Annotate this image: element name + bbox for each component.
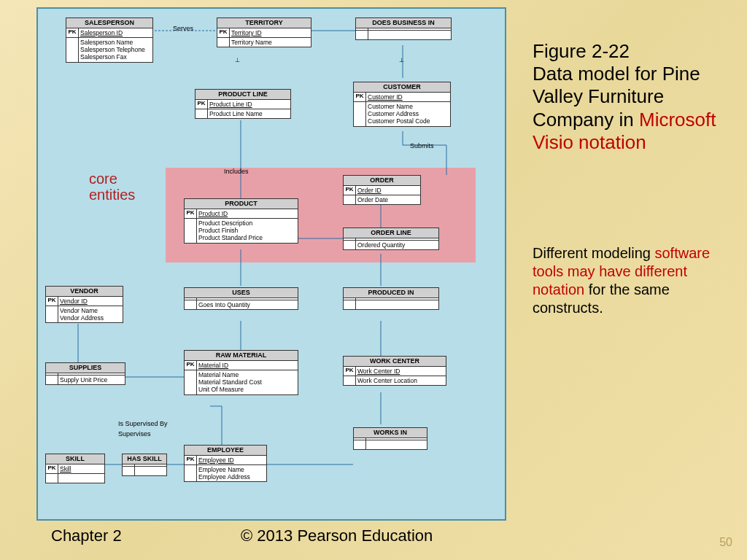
figure-subtitle: Different modeling software tools may ha… xyxy=(533,244,729,317)
entity-title: TERRITORY xyxy=(217,18,311,28)
entity-title: PRODUCT LINE xyxy=(196,90,290,100)
entity-doesbusinessin: DOES BUSINESS IN xyxy=(355,18,452,40)
entity-productline: PRODUCT LINE PKProduct Line ID Product L… xyxy=(195,89,291,119)
entity-title: EMPLOYEE xyxy=(185,446,266,456)
svg-text:⊥: ⊥ xyxy=(399,57,404,63)
entity-title: CUSTOMER xyxy=(354,82,450,93)
figure-caption: Figure 2-22 Data model for Pine Valley F… xyxy=(533,40,729,154)
entity-hasskill: HAS SKILL xyxy=(122,454,167,476)
entity-producedin: PRODUCED IN xyxy=(343,287,439,310)
entity-title: ORDER LINE xyxy=(344,228,438,238)
entity-title: USES xyxy=(185,288,298,298)
core-entities-annotation: coreentities xyxy=(89,171,135,203)
rel-includes: Includes xyxy=(224,168,249,175)
rel-supervises: Supervises xyxy=(118,430,151,438)
page-number: 50 xyxy=(719,536,732,549)
entity-customer: CUSTOMER PKCustomer ID Customer Name Cus… xyxy=(353,82,451,127)
entity-title: RAW MATERIAL xyxy=(185,351,298,361)
entity-worksin: WORKS IN xyxy=(353,427,427,450)
entity-rawmaterial: RAW MATERIAL PKMaterial ID Material Name… xyxy=(184,350,298,395)
entity-vendor: VENDOR PKVendor ID Vendor Name Vendor Ad… xyxy=(45,286,123,323)
entity-title: SUPPLIES xyxy=(46,363,125,373)
entity-title: DOES BUSINESS IN xyxy=(356,18,451,28)
svg-text:⊥: ⊥ xyxy=(235,57,240,63)
entity-title: SALESPERSON xyxy=(66,18,152,28)
entity-skill: SKILL PKSkill xyxy=(45,454,105,483)
entity-supplies: SUPPLIES Supply Unit Price xyxy=(45,362,125,385)
figure-number: Figure 2-22 xyxy=(533,40,630,62)
footer-copyright: © 2013 Pearson Education xyxy=(241,526,433,545)
slide: ⊥ ⊥ SALESPERSON PKSalesperson ID Salespe… xyxy=(0,0,747,560)
entity-salesperson: SALESPERSON PKSalesperson ID Salesperson… xyxy=(66,18,153,63)
footer-chapter: Chapter 2 xyxy=(51,526,122,545)
entity-title: WORK CENTER xyxy=(344,357,446,367)
entity-title: VENDOR xyxy=(46,287,123,297)
entity-title: HAS SKILL xyxy=(123,454,166,464)
entity-product: PRODUCT PKProduct ID Product Description… xyxy=(184,198,298,244)
entity-title: PRODUCED IN xyxy=(344,288,438,298)
entity-uses: USES Goes Into Quantity xyxy=(184,287,298,310)
entity-title: SKILL xyxy=(46,454,104,464)
entity-workcenter: WORK CENTER PKWork Center ID Work Center… xyxy=(343,356,446,386)
rel-submits: Submits xyxy=(410,142,434,149)
entity-order: ORDER PKOrder ID Order Date xyxy=(343,175,421,205)
entity-orderline: ORDER LINE Ordered Quantity xyxy=(343,228,439,250)
rel-serves: Serves xyxy=(173,25,193,32)
entity-title: PRODUCT xyxy=(185,199,298,209)
entity-employee: EMPLOYEE PKEmployee ID Employee Name Emp… xyxy=(184,445,267,482)
entity-title: WORKS IN xyxy=(354,428,427,438)
rel-issupervisedby: Is Supervised By xyxy=(118,420,168,427)
entity-title: ORDER xyxy=(344,176,420,186)
entity-territory: TERRITORY PKTerritory ID Territory Name xyxy=(217,18,311,47)
er-diagram-panel: ⊥ ⊥ SALESPERSON PKSalesperson ID Salespe… xyxy=(36,7,506,521)
